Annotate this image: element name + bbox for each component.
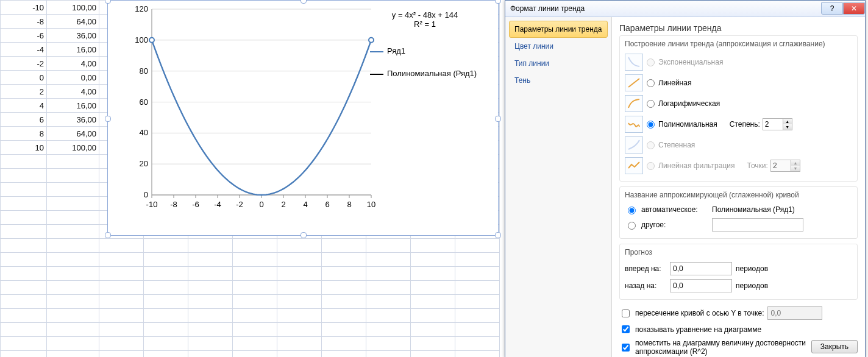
name-other-input[interactable] bbox=[712, 218, 803, 232]
cell[interactable] bbox=[322, 253, 366, 267]
cell[interactable] bbox=[47, 225, 99, 239]
cell[interactable] bbox=[188, 323, 233, 337]
cell[interactable] bbox=[366, 323, 411, 337]
cell[interactable] bbox=[99, 351, 144, 358]
cell[interactable] bbox=[322, 337, 366, 351]
cell[interactable] bbox=[47, 169, 99, 183]
cell[interactable] bbox=[322, 351, 366, 358]
cell[interactable]: 8 bbox=[1, 127, 47, 141]
cell[interactable] bbox=[1, 309, 47, 323]
cell[interactable] bbox=[455, 253, 500, 267]
cell[interactable] bbox=[277, 323, 322, 337]
cell[interactable] bbox=[47, 197, 99, 211]
cell[interactable]: 36,00 bbox=[47, 29, 99, 43]
cell[interactable] bbox=[411, 295, 455, 309]
cell[interactable]: 10 bbox=[1, 141, 47, 155]
cell[interactable] bbox=[144, 267, 188, 281]
side-shadow[interactable]: Тень bbox=[509, 72, 608, 89]
cell[interactable] bbox=[47, 253, 99, 267]
cell[interactable]: 0,00 bbox=[47, 71, 99, 85]
cell[interactable] bbox=[188, 253, 233, 267]
cell[interactable] bbox=[366, 239, 411, 253]
trend-poly[interactable]: Полиномиальная Степень: ▲▼ bbox=[625, 114, 852, 135]
cell[interactable] bbox=[1, 323, 47, 337]
cell[interactable] bbox=[47, 183, 99, 197]
cell[interactable] bbox=[1, 211, 47, 225]
cell[interactable] bbox=[322, 323, 366, 337]
cell[interactable] bbox=[366, 309, 411, 323]
cell[interactable] bbox=[99, 281, 144, 295]
cell[interactable] bbox=[1, 253, 47, 267]
cell[interactable] bbox=[1, 337, 47, 351]
cell[interactable] bbox=[144, 323, 188, 337]
cell[interactable]: -4 bbox=[1, 43, 47, 57]
cell[interactable] bbox=[233, 281, 277, 295]
cell[interactable] bbox=[411, 239, 455, 253]
cell[interactable] bbox=[1, 197, 47, 211]
cell[interactable] bbox=[277, 309, 322, 323]
spin-up-icon[interactable]: ▲ bbox=[783, 119, 792, 124]
cell[interactable] bbox=[99, 309, 144, 323]
cell[interactable]: 4 bbox=[1, 99, 47, 113]
cell[interactable] bbox=[47, 211, 99, 225]
cell[interactable]: -2 bbox=[1, 57, 47, 71]
cell[interactable] bbox=[455, 323, 500, 337]
cell[interactable] bbox=[411, 323, 455, 337]
cell[interactable] bbox=[277, 337, 322, 351]
cell[interactable] bbox=[188, 351, 233, 358]
cell[interactable] bbox=[455, 337, 500, 351]
cell[interactable] bbox=[233, 337, 277, 351]
spin-down-icon[interactable]: ▼ bbox=[783, 124, 792, 130]
cell[interactable] bbox=[1, 155, 47, 169]
cell[interactable]: 0 bbox=[1, 71, 47, 85]
side-line-color[interactable]: Цвет линии bbox=[509, 38, 608, 55]
cell[interactable] bbox=[1, 281, 47, 295]
cell[interactable] bbox=[411, 351, 455, 358]
cell[interactable] bbox=[144, 295, 188, 309]
cell[interactable] bbox=[233, 309, 277, 323]
cell[interactable] bbox=[144, 239, 188, 253]
show-r2-checkbox[interactable] bbox=[622, 344, 630, 352]
cell[interactable]: 36,00 bbox=[47, 113, 99, 127]
cell[interactable] bbox=[277, 351, 322, 358]
cell[interactable]: -6 bbox=[1, 29, 47, 43]
cell[interactable] bbox=[47, 323, 99, 337]
trend-linear[interactable]: Линейная bbox=[625, 72, 852, 93]
cell[interactable]: 16,00 bbox=[47, 99, 99, 113]
cell[interactable] bbox=[1, 183, 47, 197]
cell[interactable] bbox=[322, 239, 366, 253]
cell[interactable] bbox=[47, 281, 99, 295]
cell[interactable] bbox=[277, 253, 322, 267]
cell[interactable] bbox=[366, 253, 411, 267]
cell[interactable] bbox=[1, 239, 47, 253]
cell[interactable] bbox=[455, 267, 500, 281]
cell[interactable] bbox=[455, 295, 500, 309]
cell[interactable] bbox=[455, 351, 500, 358]
cell[interactable]: -10 bbox=[1, 1, 47, 15]
cell[interactable] bbox=[411, 337, 455, 351]
name-other-radio[interactable] bbox=[628, 222, 636, 230]
cell[interactable] bbox=[411, 253, 455, 267]
show-equation-checkbox[interactable] bbox=[622, 325, 630, 333]
cell[interactable] bbox=[144, 351, 188, 358]
side-line-style[interactable]: Тип линии bbox=[509, 55, 608, 72]
cell[interactable] bbox=[366, 351, 411, 358]
cell[interactable] bbox=[47, 337, 99, 351]
cell[interactable] bbox=[366, 295, 411, 309]
cell[interactable]: 2 bbox=[1, 85, 47, 99]
cell[interactable] bbox=[233, 253, 277, 267]
cell[interactable] bbox=[233, 295, 277, 309]
name-auto-radio[interactable] bbox=[628, 207, 636, 214]
cell[interactable] bbox=[455, 281, 500, 295]
cell[interactable] bbox=[411, 309, 455, 323]
cell[interactable] bbox=[1, 225, 47, 239]
cell[interactable]: 100,00 bbox=[47, 1, 99, 15]
cell[interactable] bbox=[322, 309, 366, 323]
cell[interactable] bbox=[99, 337, 144, 351]
trend-log[interactable]: Логарифмическая bbox=[625, 93, 852, 114]
forecast-back-input[interactable] bbox=[670, 279, 732, 292]
cell[interactable] bbox=[1, 295, 47, 309]
cell[interactable]: 16,00 bbox=[47, 43, 99, 57]
cell[interactable] bbox=[233, 239, 277, 253]
cell[interactable] bbox=[144, 281, 188, 295]
